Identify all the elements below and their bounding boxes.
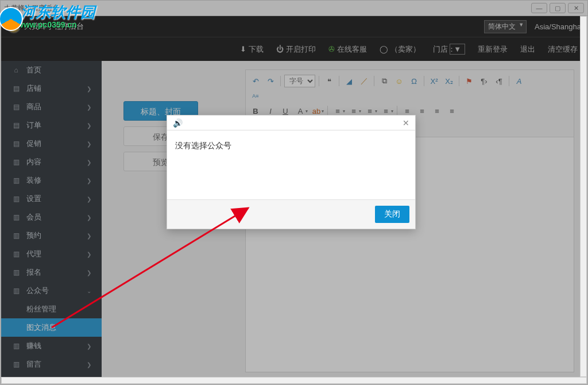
horizontal-scrollbar[interactable] <box>1 377 587 384</box>
vertical-scrollbar[interactable] <box>580 16 587 377</box>
sound-icon: 🔊 <box>173 118 183 128</box>
modal-close-button[interactable]: 关闭 <box>375 206 409 223</box>
modal-close-icon[interactable]: ✕ <box>403 118 409 128</box>
modal-message: 没有选择公众号 <box>167 130 415 199</box>
alert-modal: 🔊 ✕ 没有选择公众号 关闭 <box>167 115 416 229</box>
